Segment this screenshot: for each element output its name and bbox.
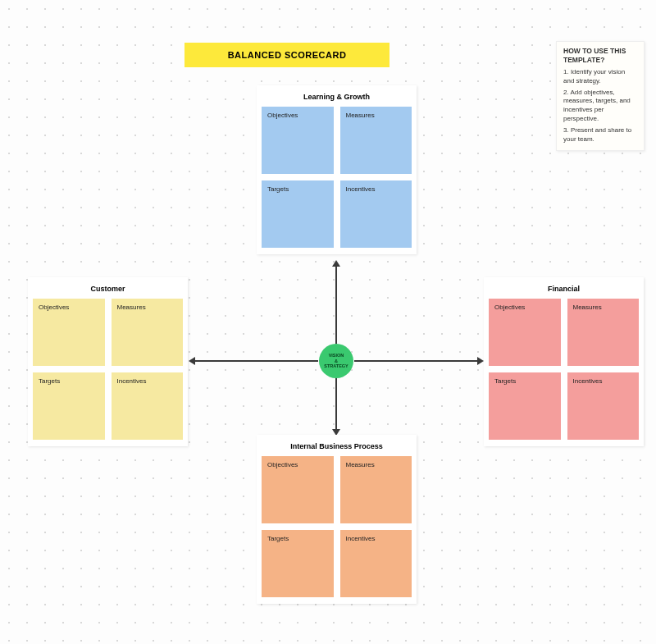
hub-line: VISION <box>329 353 344 359</box>
perspective-financial[interactable]: Financial Objectives Measures Targets In… <box>484 277 644 446</box>
tile-incentives[interactable]: Incentives <box>567 372 640 440</box>
tile-measures[interactable]: Measures <box>112 299 184 366</box>
tile-grid: Objectives Measures Targets Incentives <box>262 456 412 597</box>
tile-grid: Objectives Measures Targets Incentives <box>489 299 639 440</box>
perspective-title: Learning & Growth <box>262 90 412 107</box>
tile-targets[interactable]: Targets <box>262 180 334 248</box>
help-note: HOW TO USE THIS TEMPLATE? 1. Identify yo… <box>556 41 645 151</box>
arrow-left-icon <box>195 360 318 362</box>
perspective-learning-growth[interactable]: Learning & Growth Objectives Measures Ta… <box>257 85 417 254</box>
arrow-right-icon <box>354 360 477 362</box>
perspective-internal-process[interactable]: Internal Business Process Objectives Mea… <box>257 435 417 604</box>
perspective-customer[interactable]: Customer Objectives Measures Targets Inc… <box>28 277 188 446</box>
hub-line: & <box>335 359 338 364</box>
tile-incentives[interactable]: Incentives <box>340 180 412 248</box>
tile-objectives[interactable]: Objectives <box>262 107 334 174</box>
perspective-title: Customer <box>33 282 183 299</box>
vision-strategy-hub[interactable]: VISION & STRATEGY <box>319 344 353 378</box>
tile-measures[interactable]: Measures <box>340 456 412 523</box>
tile-grid: Objectives Measures Targets Incentives <box>262 107 412 248</box>
tile-incentives[interactable]: Incentives <box>340 530 412 597</box>
help-step: 2. Add objectives, measures, targets, an… <box>563 89 637 124</box>
tile-incentives[interactable]: Incentives <box>112 372 184 440</box>
help-title: HOW TO USE THIS TEMPLATE? <box>563 47 637 66</box>
perspective-title: Financial <box>489 282 639 299</box>
tile-objectives[interactable]: Objectives <box>262 456 334 523</box>
tile-grid: Objectives Measures Targets Incentives <box>33 299 183 440</box>
tile-measures[interactable]: Measures <box>340 107 412 174</box>
help-step: 3. Present and share to your team. <box>563 126 637 144</box>
tile-measures[interactable]: Measures <box>567 299 640 366</box>
page-title: BALANCED SCORECARD <box>184 43 390 67</box>
arrow-down-icon <box>335 378 337 429</box>
tile-targets[interactable]: Targets <box>262 530 334 597</box>
help-step: 1. Identify your vision and strategy. <box>563 68 637 86</box>
perspective-title: Internal Business Process <box>262 440 412 456</box>
arrow-up-icon <box>335 267 337 344</box>
tile-objectives[interactable]: Objectives <box>33 299 105 366</box>
tile-targets[interactable]: Targets <box>33 372 105 440</box>
tile-objectives[interactable]: Objectives <box>489 299 561 366</box>
hub-line: STRATEGY <box>324 363 348 369</box>
tile-targets[interactable]: Targets <box>489 372 561 440</box>
